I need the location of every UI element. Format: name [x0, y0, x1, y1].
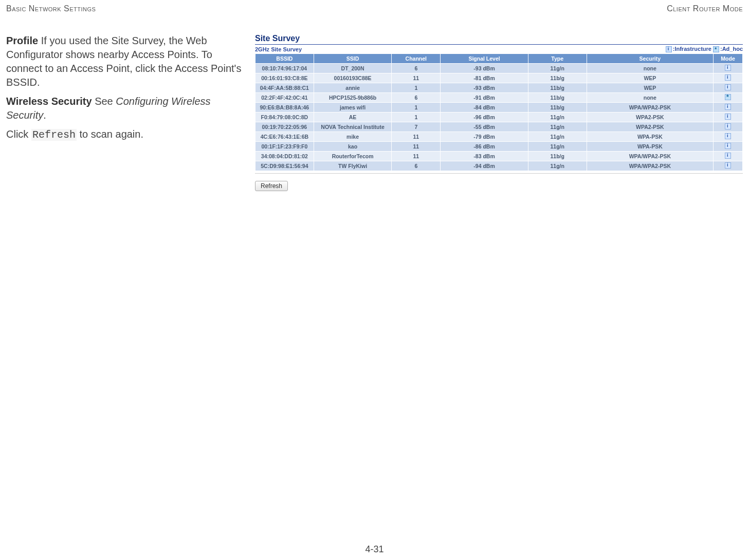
table-row: 02:2F:4F:42:0C:41HPCP1525-9b886b6-91 dBm…: [255, 93, 743, 103]
ssid-cell: james wifi: [314, 103, 392, 113]
site-survey-title: Site Survey: [255, 34, 743, 43]
infrastructure-icon: [725, 65, 731, 71]
th-security: Security: [587, 54, 713, 64]
bssid-cell[interactable]: 34:08:04:DD:81:02: [255, 152, 314, 161]
mode-cell: [714, 152, 743, 161]
bssid-cell[interactable]: 00:1F:1F:23:F9:F0: [255, 142, 314, 152]
type-cell: 11b/g: [528, 103, 587, 113]
ssid-cell: HPCP1525-9b886b: [314, 93, 392, 103]
page-number: 4-31: [0, 544, 749, 555]
site-survey-subtitle: 2GHz Site Survey: [255, 46, 302, 52]
th-channel: Channel: [392, 54, 441, 64]
th-mode: Mode: [714, 54, 743, 64]
wireless-security-paragraph: Wireless Security See Configuring Wirele…: [6, 95, 243, 122]
security-cell: WPA-PSK: [587, 142, 713, 152]
ws-label: Wireless Security: [6, 96, 92, 107]
signal-cell: -91 dBm: [441, 93, 528, 103]
table-row: 08:10:74:96:17:04DT_200N6-93 dBm11g/nnon…: [255, 64, 743, 73]
mode-cell: [714, 132, 743, 142]
mode-cell: [714, 161, 743, 171]
adhoc-icon: [725, 94, 731, 100]
table-row: 00:1F:1F:23:F9:F0kao11-86 dBm11g/nWPA-PS…: [255, 142, 743, 152]
bssid-cell[interactable]: F0:84:79:08:0C:8D: [255, 113, 314, 122]
refresh-paragraph: Click Refresh to scan again.: [6, 127, 243, 142]
mode-cell: [714, 103, 743, 113]
security-cell: WEP: [587, 73, 713, 83]
bssid-cell[interactable]: 90:E6:BA:B8:8A:46: [255, 103, 314, 113]
mode-cell: [714, 122, 743, 132]
bssid-cell[interactable]: 4C:E6:76:43:1E:6B: [255, 132, 314, 142]
mode-cell: [714, 113, 743, 122]
ssid-cell: AE: [314, 113, 392, 122]
site-survey-panel: Site Survey 2GHz Site Survey :Infrastruc…: [255, 34, 743, 191]
signal-cell: -96 dBm: [441, 113, 528, 122]
left-column: Profile If you used the Site Survey, the…: [6, 34, 243, 191]
signal-cell: -84 dBm: [441, 103, 528, 113]
th-ssid: SSID: [314, 54, 392, 64]
channel-cell: 11: [392, 142, 441, 152]
security-cell: WEP: [587, 83, 713, 93]
refresh-post: to scan again.: [77, 128, 143, 140]
infrastructure-icon: [725, 133, 731, 139]
security-cell: WPA/WPA2-PSK: [587, 103, 713, 113]
ssid-cell: NOVA Technical Institute: [314, 122, 392, 132]
infrastructure-icon: [725, 153, 731, 159]
channel-cell: 11: [392, 152, 441, 161]
security-cell: none: [587, 93, 713, 103]
bssid-cell[interactable]: 00:16:01:93:C8:8E: [255, 73, 314, 83]
profile-paragraph: Profile If you used the Site Survey, the…: [6, 34, 243, 89]
channel-cell: 11: [392, 73, 441, 83]
th-type: Type: [528, 54, 587, 64]
infrastructure-icon: [725, 114, 731, 120]
legend-adhoc-text: :Ad_hoc: [720, 46, 743, 52]
ssid-cell: 00160193C88E: [314, 73, 392, 83]
content-row: Profile If you used the Site Survey, the…: [6, 34, 743, 191]
ssid-cell: TW FlyKiwi: [314, 161, 392, 171]
signal-cell: -83 dBm: [441, 152, 528, 161]
signal-cell: -55 dBm: [441, 122, 528, 132]
bssid-cell[interactable]: 04:4F:AA:5B:88:C1: [255, 83, 314, 93]
security-cell: WPA/WPA2-PSK: [587, 161, 713, 171]
bssid-cell[interactable]: 5C:D9:98:E1:56:94: [255, 161, 314, 171]
legend: :Infrastructure :Ad_hoc: [666, 46, 743, 52]
bssid-cell[interactable]: 00:19:70:22:05:96: [255, 122, 314, 132]
table-row: 90:E6:BA:B8:8A:46james wifi1-84 dBm11b/g…: [255, 103, 743, 113]
bssid-cell[interactable]: 08:10:74:96:17:04: [255, 64, 314, 73]
signal-cell: -93 dBm: [441, 64, 528, 73]
legend-infra-text: :Infrastructure: [673, 46, 713, 52]
channel-cell: 1: [392, 83, 441, 93]
channel-cell: 6: [392, 161, 441, 171]
ssid-cell: DT_200N: [314, 64, 392, 73]
infrastructure-icon: [666, 46, 672, 52]
refresh-button[interactable]: Refresh: [255, 181, 288, 191]
channel-cell: 7: [392, 122, 441, 132]
security-cell: WPA/WPA2-PSK: [587, 152, 713, 161]
refresh-code: Refresh: [31, 129, 77, 141]
infrastructure-icon: [725, 104, 731, 110]
ssid-cell: kao: [314, 142, 392, 152]
table-row: 5C:D9:98:E1:56:94TW FlyKiwi6-94 dBm11g/n…: [255, 161, 743, 171]
site-survey-table: BSSID SSID Channel Signal Level Type Sec…: [255, 53, 743, 171]
infrastructure-icon: [725, 143, 731, 149]
mode-cell: [714, 83, 743, 93]
adhoc-icon: [713, 46, 719, 52]
type-cell: 11g/n: [528, 142, 587, 152]
bssid-cell[interactable]: 02:2F:4F:42:0C:41: [255, 93, 314, 103]
type-cell: 11b/g: [528, 83, 587, 93]
security-cell: WPA2-PSK: [587, 122, 713, 132]
type-cell: 11b/g: [528, 152, 587, 161]
signal-cell: -93 dBm: [441, 83, 528, 93]
mode-cell: [714, 64, 743, 73]
security-cell: none: [587, 64, 713, 73]
mode-cell: [714, 73, 743, 83]
infrastructure-icon: [725, 162, 731, 169]
channel-cell: 11: [392, 132, 441, 142]
ssid-cell: annie: [314, 83, 392, 93]
ssid-cell: mike: [314, 132, 392, 142]
title-rule: [255, 44, 743, 45]
type-cell: 11b/g: [528, 93, 587, 103]
signal-cell: -81 dBm: [441, 73, 528, 83]
th-signal: Signal Level: [441, 54, 528, 64]
channel-cell: 1: [392, 113, 441, 122]
profile-label: Profile: [6, 35, 38, 46]
